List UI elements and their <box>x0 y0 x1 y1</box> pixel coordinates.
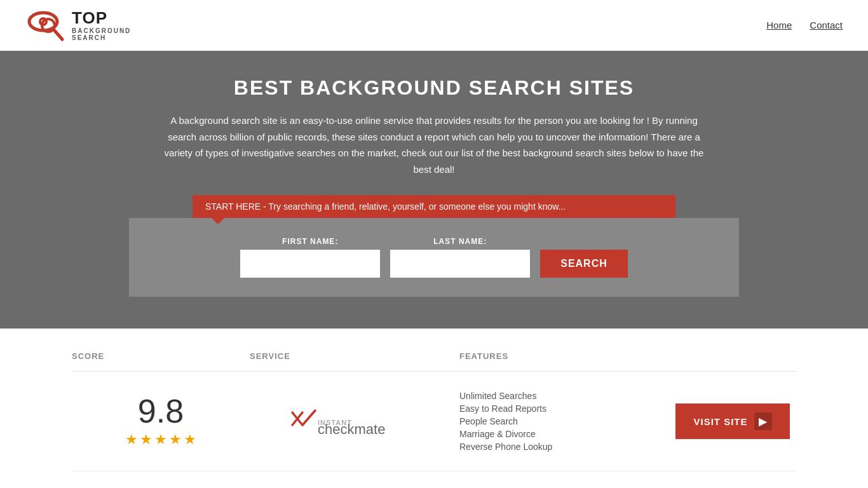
table-row: 9.4 ★ ★ ★ ★ ★ People Looker Accurate and… <box>72 471 796 488</box>
nav-contact[interactable]: Contact <box>810 20 843 30</box>
hero-title: BEST BACKGROUND SEARCH SITES <box>13 76 855 100</box>
search-form: FIRST NAME: LAST NAME: SEARCH <box>142 237 726 278</box>
feature-item: Marriage & Divorce <box>459 429 669 439</box>
svg-line-3 <box>53 29 62 39</box>
col-service: SERVICE <box>250 351 459 361</box>
hero-description: A background search site is an easy-to-u… <box>161 112 707 177</box>
feature-item: Unlimited Searches <box>459 391 669 401</box>
logo: TOP BACKGROUNDSEARCH <box>25 8 131 43</box>
hero-section: BEST BACKGROUND SEARCH SITES A backgroun… <box>0 51 868 329</box>
arrow-icon-1: ▶ <box>754 412 772 430</box>
visit-site-button-1[interactable]: VISIT SITE ▶ <box>675 403 789 439</box>
results-table-section: SCORE SERVICE FEATURES 9.8 ★ ★ ★ ★ ★ <box>59 341 809 488</box>
score-value-1: 9.8 <box>138 395 184 428</box>
score-cell-1: 9.8 ★ ★ ★ ★ ★ <box>72 395 250 448</box>
last-name-label: LAST NAME: <box>390 237 530 246</box>
table-header: SCORE SERVICE FEATURES <box>72 341 796 372</box>
first-name-label: FIRST NAME: <box>240 237 380 246</box>
logo-icon <box>25 8 67 43</box>
svg-line-7 <box>302 410 315 425</box>
logo-subtitle: BACKGROUNDSEARCH <box>72 27 131 41</box>
site-header: TOP BACKGROUNDSEARCH Home Contact <box>0 0 868 51</box>
feature-item: Reverse Phone Lookup <box>459 442 669 452</box>
main-nav: Home Contact <box>766 20 843 30</box>
svg-text:checkmate: checkmate <box>318 421 385 437</box>
logo-brand: TOP <box>72 9 131 27</box>
visit-cell-1: VISIT SITE ▶ <box>669 403 796 439</box>
table-row: 9.8 ★ ★ ★ ★ ★ INSTANT che <box>72 372 796 471</box>
col-features: FEATURES <box>459 351 669 361</box>
search-button[interactable]: SEARCH <box>540 250 628 278</box>
first-name-input[interactable] <box>240 250 380 278</box>
logo-text: TOP BACKGROUNDSEARCH <box>72 9 131 41</box>
nav-home[interactable]: Home <box>766 20 792 30</box>
col-score: SCORE <box>72 351 250 361</box>
feature-item: Easy to Read Reports <box>459 403 669 414</box>
first-name-group: FIRST NAME: <box>240 237 380 278</box>
search-form-area: FIRST NAME: LAST NAME: SEARCH <box>129 218 739 297</box>
service-cell-1: INSTANT checkmate <box>250 402 459 440</box>
last-name-group: LAST NAME: <box>390 237 530 278</box>
callout-bar: START HERE - Try searching a friend, rel… <box>193 195 675 218</box>
last-name-input[interactable] <box>390 250 530 278</box>
checkmate-logo: INSTANT checkmate <box>285 402 424 440</box>
col-action <box>669 351 796 361</box>
feature-item: People Search <box>459 416 669 426</box>
stars-1: ★ ★ ★ ★ ★ <box>125 431 196 448</box>
features-cell-1: Unlimited Searches Easy to Read Reports … <box>459 391 669 452</box>
